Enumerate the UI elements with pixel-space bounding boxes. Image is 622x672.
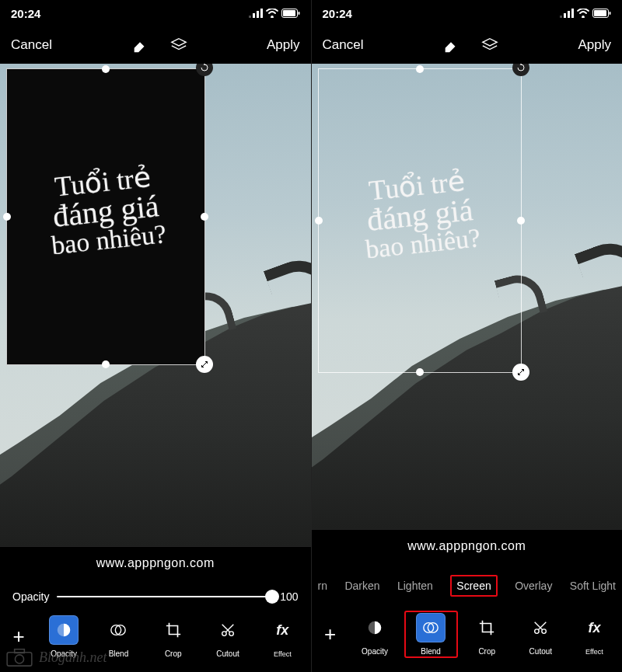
eraser-icon[interactable] [442, 36, 460, 54]
svg-rect-0 [249, 16, 251, 18]
tool-crop[interactable]: Crop [149, 615, 198, 658]
tool-cutout[interactable]: Cutout [516, 613, 565, 656]
svg-rect-17 [594, 10, 606, 16]
tool-effect[interactable]: fx Effect [570, 614, 619, 656]
cancel-button[interactable]: Cancel [11, 37, 52, 53]
wifi-icon [266, 9, 278, 18]
svg-rect-26 [15, 649, 25, 653]
crop-icon [159, 615, 188, 645]
add-tool-button[interactable]: + [315, 622, 346, 646]
resize-handle-bottom[interactable] [102, 360, 110, 368]
cutout-icon [213, 615, 243, 645]
blend-mode-lighten[interactable]: Lighten [397, 580, 433, 592]
svg-rect-18 [610, 12, 611, 15]
resize-handle-right[interactable] [517, 217, 525, 225]
opacity-value: 100 [280, 590, 298, 603]
wifi-icon [577, 9, 589, 18]
opacity-icon [360, 613, 390, 642]
tool-cutout[interactable]: Cutout [203, 615, 253, 658]
overlay-layer[interactable]: Tuổi trẻ đáng giá bao nhiêu? [6, 68, 205, 365]
blend-icon [103, 615, 133, 645]
apply-button[interactable]: Apply [578, 37, 611, 53]
opacity-label: Opacity [12, 590, 49, 603]
blend-mode-row: rn Darken Lighten Screen Overlay Soft Li… [312, 564, 623, 604]
overlay-text: Tuổi trẻ đáng giá bao nhiêu? [12, 159, 199, 263]
resize-handle-top[interactable] [102, 65, 110, 73]
opacity-slider[interactable] [57, 596, 272, 597]
editing-canvas[interactable]: Tuổi trẻ đáng giá bao nhiêu? [0, 64, 311, 546]
signal-icon [249, 9, 263, 18]
apply-button[interactable]: Apply [267, 37, 300, 53]
signal-icon [560, 9, 574, 18]
add-tool-button[interactable]: + [3, 625, 34, 649]
resize-handle-left[interactable] [315, 217, 323, 225]
overlay-text: Tuổi trẻ đáng giá bao nhiêu? [326, 162, 512, 266]
tool-effect[interactable]: fx Effect [257, 616, 307, 658]
tool-opacity[interactable]: Opacity [351, 613, 400, 656]
status-bar: 20:24 [0, 0, 311, 26]
overlay-layer[interactable]: Tuổi trẻ đáng giá bao nhiêu? [318, 68, 522, 373]
scale-handle[interactable] [512, 364, 529, 381]
watermark: www.apppngon.com [312, 529, 623, 564]
status-icons [560, 9, 611, 18]
camera-icon [5, 647, 34, 667]
status-icons [249, 9, 300, 18]
blend-icon [416, 613, 446, 642]
svg-rect-3 [260, 9, 263, 18]
tool-dock: + Opacity Blend Crop [312, 604, 623, 672]
layers-icon[interactable] [169, 36, 188, 54]
blend-mode-screen[interactable]: Screen [450, 575, 497, 597]
resize-handle-top[interactable] [416, 65, 424, 73]
opacity-slider-row: Opacity 100 [0, 581, 311, 609]
blend-mode-overlay[interactable]: Overlay [515, 580, 552, 592]
svg-rect-12 [560, 16, 562, 18]
tool-crop[interactable]: Crop [463, 613, 512, 656]
watermark: www.apppngon.com [0, 546, 311, 581]
svg-rect-6 [298, 12, 299, 15]
phone-screenshot-left: 20:24 Cancel Apply [0, 0, 311, 672]
cancel-button[interactable]: Cancel [323, 37, 364, 53]
status-bar: 20:24 [312, 0, 623, 26]
svg-rect-1 [253, 13, 255, 18]
source-watermark: Bloganh.net [5, 647, 107, 667]
opacity-icon [49, 615, 79, 645]
editing-canvas[interactable]: Tuổi trẻ đáng giá bao nhiêu? [312, 64, 623, 529]
battery-icon [281, 9, 300, 18]
svg-rect-5 [283, 10, 295, 16]
svg-rect-15 [571, 9, 574, 18]
blend-mode-darken[interactable]: Darken [344, 580, 379, 592]
status-time: 20:24 [323, 7, 352, 20]
svg-rect-2 [257, 11, 259, 18]
top-bar: Cancel Apply [312, 26, 623, 64]
tool-blend[interactable]: Blend [404, 611, 458, 658]
svg-point-25 [15, 655, 23, 663]
crop-icon [472, 613, 501, 642]
layers-icon[interactable] [480, 36, 499, 54]
effect-icon: fx [579, 614, 609, 643]
resize-handle-right[interactable] [201, 213, 208, 221]
svg-rect-14 [568, 11, 570, 18]
effect-icon: fx [267, 616, 297, 646]
top-bar: Cancel Apply [0, 26, 311, 64]
phone-screenshot-right: 20:24 Cancel Apply [311, 0, 623, 672]
svg-rect-13 [564, 13, 566, 18]
battery-icon [592, 9, 611, 18]
resize-handle-bottom[interactable] [416, 368, 424, 376]
cutout-icon [526, 613, 555, 642]
blend-mode-partial[interactable]: rn [318, 580, 327, 592]
resize-handle-left[interactable] [3, 213, 11, 221]
status-time: 20:24 [11, 7, 40, 20]
blend-mode-softlight[interactable]: Soft Light [570, 580, 616, 592]
scale-handle[interactable] [196, 356, 213, 373]
eraser-icon[interactable] [131, 36, 149, 54]
